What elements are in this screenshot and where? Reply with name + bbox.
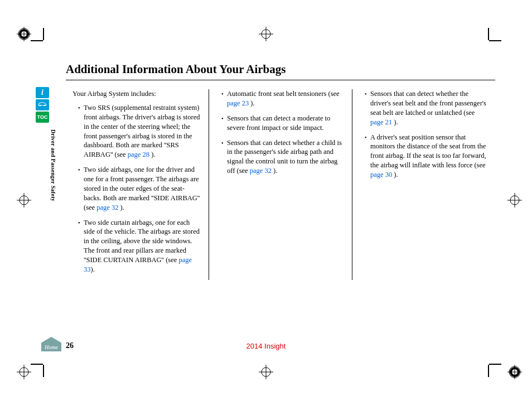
column-3: Sensors that can detect whether the driv… [352,89,495,280]
list-item: Two side airbags, one for the driver and… [78,165,202,212]
vehicle-button[interactable] [36,99,49,110]
bullet-list: Two SRS (supplemental restraint system) … [72,103,202,274]
section-side-label: Driver and Passenger Safety [50,129,56,201]
registration-mark-icon [259,27,273,41]
registration-mark-icon [259,365,273,379]
crop-mark [31,40,43,41]
registration-mark-icon [507,193,522,207]
bullet-list: Automatic front seat belt tensioners (se… [216,89,345,176]
list-item: Automatic front seat belt tensioners (se… [221,89,345,108]
registration-mark-icon [507,365,522,379]
crop-mark [488,28,489,40]
page-link[interactable]: page 33 [84,256,192,273]
page-link[interactable]: page 28 [128,151,149,158]
page-link[interactable]: page 32 [96,204,118,211]
list-item: Two side curtain airbags, one for each s… [78,218,202,274]
crop-mark [488,365,489,377]
registration-mark-icon [17,193,31,207]
bullet-list: Sensors that can detect whether the driv… [359,89,489,180]
page-link[interactable]: page 32 [250,167,272,175]
page-link[interactable]: page 30 [370,171,392,178]
svg-point-26 [44,105,46,107]
car-icon [37,102,47,108]
column-2: Automatic front seat belt tensioners (se… [209,89,352,280]
crop-mark [489,40,501,41]
page-content: Additional Information About Your Airbag… [66,62,495,357]
list-item: Sensors that can detect a moderate to se… [221,114,345,133]
svg-point-25 [40,105,41,107]
crop-mark [43,365,44,377]
registration-mark-icon [17,365,31,379]
list-item: Two SRS (supplemental restraint system) … [78,103,202,160]
list-item: Sensors that can detect whether a child … [221,138,345,176]
page-number: 26 [66,341,74,350]
column-1: Your Airbag System includes: Two SRS (su… [66,89,209,280]
list-item: Sensors that can detect whether the driv… [365,89,489,127]
page-title: Additional Information About Your Airbag… [66,62,495,80]
crop-mark [489,364,501,365]
crop-mark [43,28,44,40]
crop-mark [31,364,43,365]
content-columns: Your Airbag System includes: Two SRS (su… [66,89,495,280]
list-item: A driver's seat position sensor that mon… [365,133,489,180]
intro-text: Your Airbag System includes: [72,89,202,99]
model-year-label: 2014 Insight [246,342,286,350]
page-link[interactable]: page 21 [370,118,392,126]
sidebar-nav: i TOC [36,87,49,123]
home-button[interactable]: Home [41,337,61,351]
page-link[interactable]: page 23 [227,99,249,107]
info-button[interactable]: i [36,87,49,98]
toc-button[interactable]: TOC [36,112,49,123]
registration-mark-icon [17,27,31,41]
